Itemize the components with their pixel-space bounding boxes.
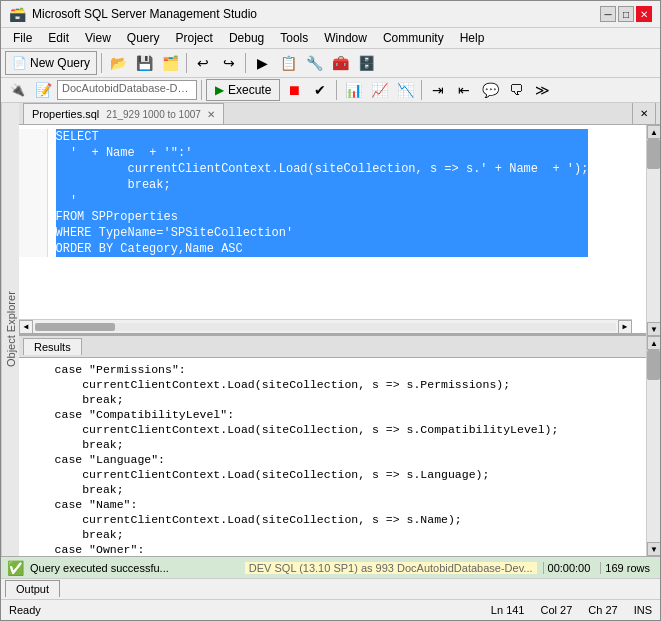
table-row: WHERE TypeName='SPSiteCollection' bbox=[19, 225, 596, 241]
output-tab[interactable]: Output bbox=[5, 580, 60, 597]
table-row: ' bbox=[19, 193, 596, 209]
parse-button[interactable]: ✔ bbox=[308, 78, 332, 102]
menu-debug[interactable]: Debug bbox=[221, 29, 272, 47]
debug-button[interactable]: ▶ bbox=[250, 51, 274, 75]
outdent-button[interactable]: ⇤ bbox=[452, 78, 476, 102]
more-button[interactable]: ≫ bbox=[530, 78, 554, 102]
menu-help[interactable]: Help bbox=[452, 29, 493, 47]
comment-button[interactable]: 💬 bbox=[478, 78, 502, 102]
code-line: currentClientContext.Load(siteCollection… bbox=[56, 161, 589, 177]
vscroll-up-button[interactable]: ▲ bbox=[647, 125, 660, 139]
results-panel: Results case "Permissions": currentClien… bbox=[19, 336, 660, 556]
bottom-bar: Output bbox=[1, 578, 660, 599]
code-line: FROM SPProperties bbox=[56, 209, 589, 225]
editor-hscrollbar[interactable]: ◀ ▶ bbox=[19, 319, 632, 333]
editor-tab-bar: Properties.sql 21_929 1000 to 1007 ✕ ✕ bbox=[19, 103, 660, 125]
result-line: break; bbox=[27, 527, 638, 542]
app-icon: 🗃️ bbox=[9, 6, 26, 22]
result-line: break; bbox=[27, 437, 638, 452]
code-line: ' + Name + '":' bbox=[56, 145, 589, 161]
vscroll-down-button[interactable]: ▼ bbox=[647, 322, 660, 336]
column-number: Col 27 bbox=[541, 604, 573, 616]
close-button[interactable]: ✕ bbox=[636, 6, 652, 22]
menu-window[interactable]: Window bbox=[316, 29, 375, 47]
save-button[interactable]: 💾 bbox=[132, 51, 156, 75]
scrollbar-track bbox=[35, 323, 616, 331]
show-estimated-plan-button[interactable]: 📊 bbox=[341, 78, 365, 102]
uncomment-button[interactable]: 🗨 bbox=[504, 78, 528, 102]
include-client-stats-button[interactable]: 📉 bbox=[393, 78, 417, 102]
object-explorer-sidebar[interactable]: Object Explorer bbox=[1, 103, 19, 556]
table-row: FROM SPProperties bbox=[19, 209, 596, 225]
vscroll-thumb[interactable] bbox=[647, 139, 660, 169]
results-tab[interactable]: Results bbox=[23, 338, 82, 355]
new-query-button[interactable]: 📄 New Query bbox=[5, 51, 97, 75]
include-actual-plan-button[interactable]: 📈 bbox=[367, 78, 391, 102]
title-bar: 🗃️ Microsoft SQL Server Management Studi… bbox=[1, 1, 660, 28]
object-explorer-button[interactable]: 🗄️ bbox=[354, 51, 378, 75]
results-vscroll-down-button[interactable]: ▼ bbox=[647, 542, 660, 556]
redo-button[interactable]: ↪ bbox=[217, 51, 241, 75]
toolbar-separator-2 bbox=[186, 53, 187, 73]
result-line: case "Name": bbox=[27, 497, 638, 512]
code-line: WHERE TypeName='SPSiteCollection' bbox=[56, 225, 589, 241]
undo-button[interactable]: ↩ bbox=[191, 51, 215, 75]
new-query-icon: 📄 bbox=[12, 56, 27, 70]
toolbar-separator-1 bbox=[101, 53, 102, 73]
menu-bar: File Edit View Query Project Debug Tools… bbox=[1, 28, 660, 49]
result-line: currentClientContext.Load(siteCollection… bbox=[27, 422, 638, 437]
editor-tab[interactable]: Properties.sql 21_929 1000 to 1007 ✕ bbox=[23, 103, 224, 124]
properties-button[interactable]: 🔧 bbox=[302, 51, 326, 75]
menu-edit[interactable]: Edit bbox=[40, 29, 77, 47]
char-number: Ch 27 bbox=[588, 604, 617, 616]
stop-button[interactable]: ⏹ bbox=[282, 78, 306, 102]
row-count: 169 rows bbox=[600, 562, 654, 574]
connect-button[interactable]: 🔌 bbox=[5, 78, 29, 102]
menu-project[interactable]: Project bbox=[168, 29, 221, 47]
sql-editor[interactable]: SELECT ' + Name + '":' bbox=[19, 125, 646, 336]
table-row: ' + Name + '":' bbox=[19, 145, 596, 161]
info-bar: Ready Ln 141 Col 27 Ch 27 INS bbox=[1, 599, 660, 620]
title-bar-left: 🗃️ Microsoft SQL Server Management Studi… bbox=[9, 6, 257, 22]
editor-vscrollbar: ▲ ▼ bbox=[646, 125, 660, 336]
execute-button[interactable]: ▶ Execute bbox=[206, 79, 280, 101]
scroll-left-button[interactable]: ◀ bbox=[19, 320, 33, 334]
results-content[interactable]: case "Permissions": currentClientContext… bbox=[19, 358, 646, 556]
result-line: case "Permissions": bbox=[27, 362, 638, 377]
save-all-button[interactable]: 🗂️ bbox=[158, 51, 182, 75]
solution-explorer-button[interactable]: 📋 bbox=[276, 51, 300, 75]
editor-content: SELECT ' + Name + '":' bbox=[19, 125, 646, 333]
open-file-button[interactable]: 📂 bbox=[106, 51, 130, 75]
toolbar-main: 📄 New Query 📂 💾 🗂️ ↩ ↪ ▶ 📋 🔧 🧰 🗄️ bbox=[1, 49, 660, 78]
menu-view[interactable]: View bbox=[77, 29, 119, 47]
main-content: Object Explorer Properties.sql 21_929 10… bbox=[1, 103, 660, 556]
toolbox-button[interactable]: 🧰 bbox=[328, 51, 352, 75]
database-selector[interactable]: DocAutobidDatabase-Dev ▼ bbox=[57, 80, 197, 100]
execution-time: 00:00:00 bbox=[543, 562, 595, 574]
app-title: Microsoft SQL Server Management Studio bbox=[32, 7, 257, 21]
toolbar-separator-3 bbox=[245, 53, 246, 73]
code-line: ' bbox=[56, 193, 589, 209]
menu-tools[interactable]: Tools bbox=[272, 29, 316, 47]
window-controls: ─ □ ✕ bbox=[600, 6, 652, 22]
menu-query[interactable]: Query bbox=[119, 29, 168, 47]
main-window: 🗃️ Microsoft SQL Server Management Studi… bbox=[0, 0, 661, 621]
scroll-right-button[interactable]: ▶ bbox=[618, 320, 632, 334]
close-panel-button[interactable]: ✕ bbox=[632, 103, 656, 126]
maximize-button[interactable]: □ bbox=[618, 6, 634, 22]
indent-button[interactable]: ⇥ bbox=[426, 78, 450, 102]
scrollbar-thumb[interactable] bbox=[35, 323, 115, 331]
minimize-button[interactable]: ─ bbox=[600, 6, 616, 22]
toolbar-separator-q1 bbox=[201, 80, 202, 100]
tab-close-button[interactable]: ✕ bbox=[207, 109, 215, 120]
status-bar: ✅ Query executed successfu... DEV SQL (1… bbox=[1, 556, 660, 577]
result-line: currentClientContext.Load(siteCollection… bbox=[27, 512, 638, 527]
toolbar-separator-q2 bbox=[336, 80, 337, 100]
results-vscroll-thumb[interactable] bbox=[647, 350, 660, 380]
results-vscroll-up-button[interactable]: ▲ bbox=[647, 336, 660, 350]
menu-community[interactable]: Community bbox=[375, 29, 452, 47]
query-icon: 📝 bbox=[31, 78, 55, 102]
code-line: ORDER BY Category,Name ASC bbox=[56, 241, 589, 257]
menu-file[interactable]: File bbox=[5, 29, 40, 47]
table-row: break; bbox=[19, 177, 596, 193]
